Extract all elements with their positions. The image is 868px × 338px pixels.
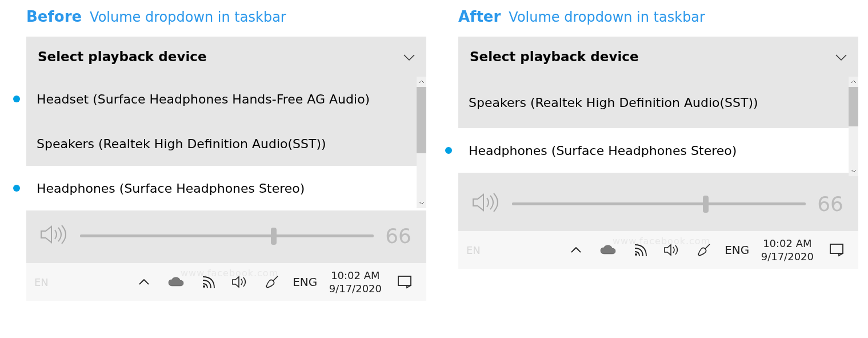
volume-tray-icon[interactable] bbox=[657, 231, 687, 269]
scroll-track[interactable] bbox=[849, 87, 858, 166]
before-header: Before Volume dropdown in taskbar bbox=[26, 8, 438, 25]
taskbar: EN www.facebook.com bbox=[26, 263, 426, 301]
volume-tray-icon[interactable] bbox=[225, 263, 255, 301]
flyout-title: Select playback device bbox=[470, 49, 639, 64]
before-subtitle: Volume dropdown in taskbar bbox=[90, 9, 286, 25]
tray-expand-button[interactable] bbox=[561, 231, 591, 269]
scroll-down-icon[interactable] bbox=[417, 198, 426, 208]
before-label: Before bbox=[26, 8, 82, 25]
flyout-header[interactable]: Select playback device bbox=[26, 37, 426, 77]
after-subtitle: Volume dropdown in taskbar bbox=[509, 9, 705, 25]
flyout-title: Select playback device bbox=[38, 49, 207, 64]
time-text: 10:02 AM bbox=[331, 269, 379, 282]
device-item-headphones[interactable]: Headphones (Surface Headphones Stereo) bbox=[458, 128, 858, 173]
svg-point-2 bbox=[635, 253, 637, 256]
scroll-up-icon[interactable] bbox=[417, 77, 426, 87]
language-indicator[interactable]: ENG bbox=[721, 231, 753, 269]
scrollbar[interactable] bbox=[849, 77, 858, 176]
volume-slider[interactable] bbox=[512, 202, 806, 205]
after-label: After bbox=[458, 8, 501, 25]
active-indicator-icon bbox=[445, 147, 452, 154]
volume-row: 66 bbox=[26, 208, 426, 263]
cloud-icon[interactable] bbox=[161, 263, 191, 301]
device-item-headphones[interactable]: Headphones (Surface Headphones Stereo) bbox=[26, 166, 426, 210]
active-indicator-icon bbox=[13, 185, 20, 192]
cloud-icon[interactable] bbox=[593, 231, 623, 269]
clock[interactable]: 10:02 AM 9/17/2020 bbox=[323, 263, 387, 301]
scroll-down-icon[interactable] bbox=[849, 166, 858, 176]
device-label: Headset (Surface Headphones Hands-Free A… bbox=[37, 92, 370, 106]
scroll-up-icon[interactable] bbox=[849, 77, 858, 87]
device-label: Speakers (Realtek High Definition Audio(… bbox=[37, 137, 326, 151]
action-center-icon[interactable] bbox=[822, 231, 851, 269]
volume-value: 66 bbox=[816, 192, 843, 216]
speaker-icon[interactable] bbox=[471, 191, 502, 216]
pen-icon[interactable] bbox=[257, 263, 287, 301]
wifi-icon[interactable] bbox=[625, 231, 655, 269]
chevron-down-icon bbox=[403, 50, 415, 64]
before-pane: Before Volume dropdown in taskbar Select… bbox=[26, 8, 438, 301]
device-item-headset[interactable]: Headset (Surface Headphones Hands-Free A… bbox=[26, 77, 426, 121]
action-center-icon[interactable] bbox=[390, 263, 419, 301]
scroll-thumb[interactable] bbox=[417, 87, 426, 153]
volume-value: 66 bbox=[384, 224, 411, 248]
volume-row: 66 bbox=[458, 176, 858, 231]
date-text: 9/17/2020 bbox=[329, 282, 382, 295]
volume-flyout: Select playback device Speakers (Realtek… bbox=[458, 37, 858, 269]
after-header: After Volume dropdown in taskbar bbox=[458, 8, 868, 25]
pen-icon[interactable] bbox=[689, 231, 719, 269]
date-text: 9/17/2020 bbox=[761, 250, 814, 263]
slider-thumb[interactable] bbox=[703, 196, 709, 213]
svg-rect-1 bbox=[398, 276, 411, 285]
svg-rect-3 bbox=[830, 244, 843, 253]
wifi-icon[interactable] bbox=[193, 263, 223, 301]
clock[interactable]: 10:02 AM 9/17/2020 bbox=[755, 231, 819, 269]
active-indicator-icon bbox=[13, 96, 20, 102]
scroll-track[interactable] bbox=[417, 87, 426, 198]
taskbar: EN www.facebook.com bbox=[458, 231, 858, 269]
scrollbar[interactable] bbox=[417, 77, 426, 208]
time-text: 10:02 AM bbox=[763, 237, 811, 250]
device-item-speakers[interactable]: Speakers (Realtek High Definition Audio(… bbox=[26, 121, 426, 166]
volume-slider[interactable] bbox=[80, 234, 374, 237]
slider-thumb[interactable] bbox=[271, 228, 277, 245]
volume-flyout: Select playback device Headset (Surface … bbox=[26, 37, 426, 301]
svg-point-0 bbox=[203, 285, 205, 288]
chevron-down-icon bbox=[835, 50, 847, 64]
after-pane: After Volume dropdown in taskbar Select … bbox=[458, 8, 868, 269]
device-item-speakers[interactable]: Speakers (Realtek High Definition Audio(… bbox=[458, 77, 858, 128]
device-label: Headphones (Surface Headphones Stereo) bbox=[469, 144, 737, 158]
speaker-icon[interactable] bbox=[39, 223, 70, 248]
tray-expand-button[interactable] bbox=[129, 263, 159, 301]
lang-dim: EN bbox=[466, 244, 481, 256]
device-list: Headset (Surface Headphones Hands-Free A… bbox=[26, 77, 426, 208]
device-list: Speakers (Realtek High Definition Audio(… bbox=[458, 77, 858, 176]
language-indicator[interactable]: ENG bbox=[289, 263, 321, 301]
device-label: Speakers (Realtek High Definition Audio(… bbox=[469, 96, 758, 110]
device-label: Headphones (Surface Headphones Stereo) bbox=[37, 181, 305, 196]
flyout-header[interactable]: Select playback device bbox=[458, 37, 858, 77]
lang-dim: EN bbox=[34, 276, 49, 288]
scroll-thumb[interactable] bbox=[849, 87, 858, 126]
